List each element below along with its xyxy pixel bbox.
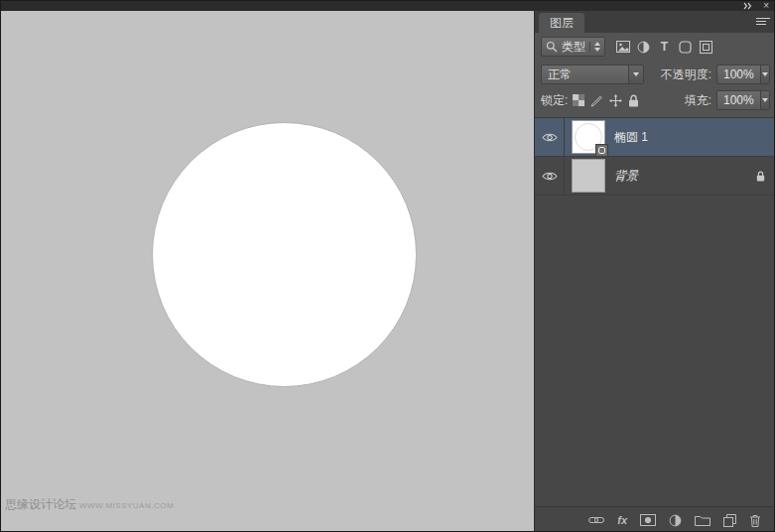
ellipse-shape[interactable] xyxy=(152,122,417,387)
collapse-panels-icon[interactable] xyxy=(743,2,754,10)
delete-layer-icon[interactable] xyxy=(749,514,761,527)
eye-icon xyxy=(542,171,558,182)
layer-lock-icon xyxy=(756,171,765,182)
layer-name[interactable]: 背景 xyxy=(614,168,638,185)
layers-panel: 图层 类型 T xyxy=(534,11,775,532)
lock-icon-group xyxy=(573,94,639,107)
fill-label: 填充: xyxy=(685,92,711,109)
blend-mode-value: 正常 xyxy=(542,66,628,83)
shape-filter-icon[interactable] xyxy=(676,37,695,57)
layer-row-background[interactable]: 背景 xyxy=(535,157,775,196)
filter-type-label: 类型 xyxy=(562,39,585,56)
lock-paint-icon[interactable] xyxy=(590,94,603,107)
filter-icon-group: T xyxy=(613,37,715,57)
new-layer-icon[interactable] xyxy=(723,514,736,527)
fill-dropdown[interactable]: 100% xyxy=(716,90,770,110)
filter-row: 类型 T xyxy=(535,33,775,61)
spinner-arrows-icon xyxy=(589,42,600,52)
panel-footer: fx xyxy=(535,506,775,532)
blend-mode-dropdown[interactable]: 正常 xyxy=(541,65,644,84)
tab-layers[interactable]: 图层 xyxy=(539,13,584,33)
layer-row-ellipse[interactable]: 椭圆 1 xyxy=(535,118,775,157)
layer-name[interactable]: 椭圆 1 xyxy=(614,129,648,146)
blend-row: 正常 不透明度: 100% xyxy=(535,61,775,88)
pixel-filter-icon[interactable] xyxy=(613,37,632,57)
link-layers-icon[interactable] xyxy=(588,516,604,524)
watermark-text: 思缘设计论坛 xyxy=(5,497,76,511)
lock-row: 锁定: 填充: 100% xyxy=(535,88,775,117)
search-icon xyxy=(546,41,558,53)
watermark: 思缘设计论坛WWW.MISSYUAN.COM xyxy=(5,496,174,513)
layer-list: 椭圆 1 背景 xyxy=(535,117,775,506)
visibility-toggle[interactable] xyxy=(535,157,565,195)
panel-menu-icon[interactable] xyxy=(756,17,770,26)
panel-header: 图层 xyxy=(535,11,775,33)
dropdown-arrow-icon[interactable] xyxy=(628,66,643,83)
dropdown-arrow-icon[interactable] xyxy=(760,91,769,109)
close-icon[interactable]: × xyxy=(763,1,769,11)
adjustment-filter-icon[interactable] xyxy=(634,37,653,57)
adjustment-layer-icon[interactable] xyxy=(669,514,682,527)
lock-all-icon[interactable] xyxy=(628,94,639,107)
top-bar: × xyxy=(1,1,774,11)
dropdown-arrow-icon[interactable] xyxy=(760,66,769,83)
layer-mask-icon[interactable] xyxy=(640,514,656,526)
opacity-label: 不透明度: xyxy=(661,66,711,83)
lock-label: 锁定: xyxy=(541,92,568,109)
photoshop-window: × 思缘设计论坛WWW.MISSYUAN.COM 图层 类型 xyxy=(0,0,775,532)
visibility-toggle[interactable] xyxy=(535,118,565,156)
fill-value: 100% xyxy=(717,93,760,107)
layer-thumbnail[interactable] xyxy=(572,120,605,154)
layer-thumbnail[interactable] xyxy=(572,159,605,193)
type-filter-icon[interactable]: T xyxy=(655,37,674,57)
shape-layer-badge-icon xyxy=(595,144,608,157)
lock-transparent-icon[interactable] xyxy=(573,94,584,106)
canvas-area[interactable]: 思缘设计论坛WWW.MISSYUAN.COM xyxy=(1,11,534,532)
watermark-url: WWW.MISSYUAN.COM xyxy=(79,501,174,510)
smart-object-filter-icon[interactable] xyxy=(697,37,715,57)
layer-style-icon[interactable]: fx xyxy=(617,514,627,526)
opacity-value: 100% xyxy=(717,67,760,81)
opacity-dropdown[interactable]: 100% xyxy=(716,65,770,84)
eye-icon xyxy=(542,132,558,143)
lock-position-icon[interactable] xyxy=(609,94,622,107)
filter-type-dropdown[interactable]: 类型 xyxy=(541,37,605,57)
new-group-icon[interactable] xyxy=(695,514,710,526)
